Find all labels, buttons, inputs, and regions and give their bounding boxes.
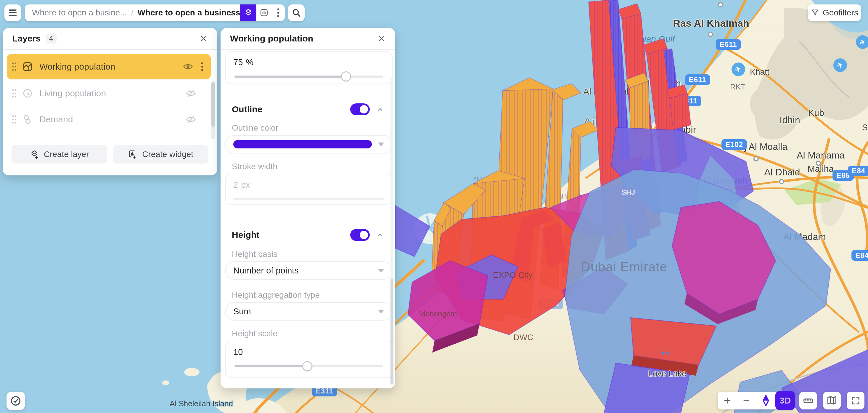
outline-color-select[interactable] bbox=[225, 135, 393, 153]
search-button[interactable] bbox=[288, 4, 305, 21]
scrollbar-thumb[interactable] bbox=[391, 278, 394, 385]
compass-icon bbox=[762, 395, 770, 406]
minus-icon: − bbox=[743, 394, 750, 407]
map-icon bbox=[827, 395, 837, 406]
fullscreen-button[interactable] bbox=[847, 392, 864, 409]
style-panel-header: Working population bbox=[221, 28, 395, 50]
chevron-down-icon bbox=[378, 269, 384, 272]
layer-style-panel: Working population 75 % Outline bbox=[221, 28, 395, 388]
stroke-width-card: 2 px bbox=[225, 174, 393, 205]
close-icon[interactable] bbox=[376, 33, 388, 45]
drag-handle-icon[interactable] bbox=[11, 114, 17, 124]
outline-section-title: Outline bbox=[232, 104, 262, 114]
create-widget-button[interactable]: Create widget bbox=[113, 145, 209, 164]
create-widget-icon bbox=[128, 150, 137, 159]
create-layer-button[interactable]: Create layer bbox=[11, 145, 107, 164]
height-aggregation-value: Sum bbox=[233, 307, 251, 317]
drag-handle-icon[interactable] bbox=[11, 88, 17, 98]
compass-button[interactable] bbox=[756, 392, 775, 409]
layers-panel: Layers 4 Working population Living popul bbox=[3, 28, 217, 175]
style-panel-title: Working population bbox=[230, 33, 313, 43]
create-widget-label: Create widget bbox=[142, 150, 193, 159]
layer-row-working-population[interactable]: Working population bbox=[7, 54, 211, 80]
zoom-in-button[interactable]: + bbox=[718, 392, 737, 409]
stroke-width-unit: px bbox=[241, 180, 250, 190]
main-menu-button[interactable] bbox=[4, 4, 21, 21]
outline-toggle[interactable] bbox=[350, 104, 370, 115]
layer-row-demand[interactable]: Demand bbox=[7, 107, 211, 132]
zoom-out-button[interactable]: − bbox=[737, 392, 756, 409]
measure-button[interactable] bbox=[799, 392, 817, 409]
clock-check-icon bbox=[10, 395, 21, 407]
point-layer-icon bbox=[22, 88, 33, 99]
stroke-width-value[interactable]: 2 bbox=[233, 180, 238, 190]
opacity-value: 75 bbox=[233, 57, 243, 67]
close-icon[interactable] bbox=[198, 33, 210, 45]
breadcrumb-separator: / bbox=[131, 8, 133, 18]
opacity-unit: % bbox=[246, 57, 253, 67]
height-section-title: Height bbox=[232, 230, 259, 240]
geofilters-label: Geofilters bbox=[823, 8, 858, 18]
stroke-width-slider-disabled bbox=[233, 198, 384, 200]
layers-count-badge: 4 bbox=[45, 33, 57, 43]
hexagon-layer-icon bbox=[22, 114, 33, 125]
overflow-menu-button[interactable] bbox=[272, 4, 285, 21]
scrollbar-thumb[interactable] bbox=[211, 82, 215, 127]
height-section-row: Height bbox=[232, 228, 384, 242]
height-scale-slider[interactable] bbox=[233, 361, 384, 371]
breadcrumb: Where to open a busine... / Where to ope… bbox=[25, 4, 285, 21]
drag-handle-icon[interactable] bbox=[11, 62, 17, 72]
layer-name: Living population bbox=[39, 88, 106, 98]
stroke-width-label: Stroke width bbox=[232, 162, 277, 171]
height-toggle[interactable] bbox=[350, 229, 370, 241]
layers-panel-title: Layers bbox=[12, 33, 41, 43]
visibility-eye-icon[interactable] bbox=[183, 62, 193, 72]
chevron-down-icon bbox=[378, 143, 384, 146]
slider-thumb[interactable] bbox=[341, 71, 351, 82]
layer-kebab-icon[interactable] bbox=[201, 62, 204, 72]
visibility-eye-off-icon[interactable] bbox=[186, 88, 196, 98]
height-scale-value: 10 bbox=[233, 347, 243, 357]
height-scale-card: 10 bbox=[225, 341, 393, 378]
breadcrumb-parent[interactable]: Where to open a busine... bbox=[32, 8, 127, 18]
layer-name: Working population bbox=[39, 62, 115, 72]
visibility-eye-off-icon[interactable] bbox=[186, 114, 196, 124]
slider-thumb[interactable] bbox=[302, 361, 312, 371]
create-layer-icon bbox=[30, 150, 39, 159]
height-basis-value: Number of points bbox=[233, 266, 299, 275]
height-aggregation-select[interactable]: Sum bbox=[225, 302, 393, 321]
height-basis-select[interactable]: Number of points bbox=[225, 261, 393, 280]
geofilters-button[interactable]: Geofilters bbox=[808, 4, 861, 21]
ruler-icon bbox=[803, 395, 813, 406]
height-aggregation-label: Height aggregation type bbox=[232, 290, 320, 300]
layers-panel-header: Layers 4 bbox=[3, 28, 217, 50]
funnel-icon bbox=[811, 8, 819, 17]
widgets-panel-button[interactable] bbox=[256, 4, 272, 21]
fullscreen-icon bbox=[850, 395, 861, 406]
chevron-down-icon bbox=[378, 309, 384, 314]
height-scale-label: Height scale bbox=[232, 329, 277, 338]
history-button[interactable] bbox=[6, 392, 25, 410]
layer-name: Demand bbox=[39, 114, 73, 124]
layer-row-living-population[interactable]: Living population bbox=[7, 81, 211, 106]
map-nav-group: + − 3D bbox=[718, 392, 795, 409]
basemap-button[interactable] bbox=[823, 392, 841, 409]
opacity-slider[interactable] bbox=[233, 71, 384, 82]
height-basis-label: Height basis bbox=[232, 249, 277, 259]
chevron-up-icon[interactable] bbox=[376, 106, 384, 113]
layers-panel-button[interactable] bbox=[240, 4, 256, 21]
layers-actions: Create layer Create widget bbox=[3, 139, 217, 175]
opacity-card: 75 % bbox=[225, 51, 393, 84]
outline-section-row: Outline bbox=[232, 102, 384, 116]
color-swatch bbox=[233, 140, 372, 148]
plus-icon: + bbox=[724, 394, 731, 407]
create-layer-label: Create layer bbox=[44, 150, 89, 159]
polygon-layer-icon bbox=[22, 61, 33, 72]
3d-label: 3D bbox=[779, 395, 791, 406]
mode-3d-button[interactable]: 3D bbox=[775, 391, 795, 410]
chevron-up-icon[interactable] bbox=[376, 231, 384, 239]
outline-color-label: Outline color bbox=[232, 123, 278, 133]
breadcrumb-current: Where to open a business bbox=[137, 8, 240, 18]
